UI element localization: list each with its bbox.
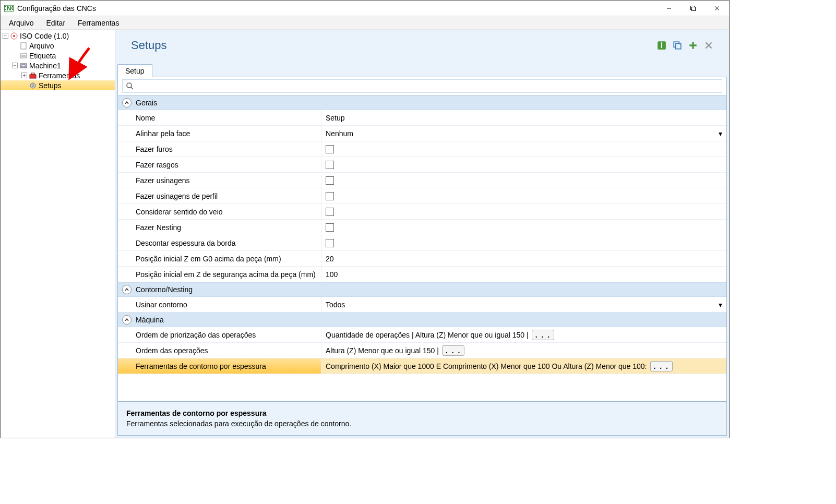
search-box[interactable] <box>122 79 722 93</box>
svg-rect-22 <box>676 44 681 49</box>
prop-usinar[interactable]: Usinar contorno Todos ▾ <box>118 297 726 313</box>
search-input[interactable] <box>137 82 719 90</box>
svg-point-27 <box>127 83 132 88</box>
section-contorno-title: Contorno/Nesting <box>136 285 193 294</box>
section-maquina[interactable]: Máquina <box>118 313 726 327</box>
tree-setups[interactable]: Setups <box>1 80 115 90</box>
value-ferr-cont[interactable]: Comprimento (X) Maior que 1000 E Comprim… <box>326 362 647 370</box>
minimize-button[interactable] <box>657 1 681 16</box>
menu-editar[interactable]: Editar <box>41 17 70 29</box>
section-contorno[interactable]: Contorno/Nesting <box>118 282 726 297</box>
menu-arquivo[interactable]: Arquivo <box>4 17 39 29</box>
prop-ordem-prio[interactable]: Ordem de priorização das operações Quant… <box>118 327 726 343</box>
input-posz-g0[interactable] <box>326 255 722 263</box>
page-title: Setups <box>131 39 657 52</box>
tree-etiqueta[interactable]: Etiqueta <box>1 51 115 61</box>
property-panel: Gerais Nome Alinhar pela face Nenhum ▾ F… <box>117 77 727 436</box>
search-row <box>118 77 726 95</box>
menu-ferramentas[interactable]: Ferramentas <box>73 17 124 29</box>
checkbox-usinagens[interactable] <box>326 176 334 185</box>
prop-veio[interactable]: Considerar sentido do veio <box>118 204 726 220</box>
right-pane: Setups i Setup <box>115 30 729 438</box>
tree-ferramentas[interactable]: + Ferramentas <box>1 70 115 80</box>
section-maquina-title: Máquina <box>136 316 164 324</box>
expander-icon[interactable]: − <box>12 63 18 68</box>
prop-ordem-ops[interactable]: Ordem das operações Altura (Z) Menor que… <box>118 343 726 358</box>
section-gerais[interactable]: Gerais <box>118 95 726 110</box>
info-icon[interactable]: i <box>657 41 666 50</box>
tree-root[interactable]: − ISO Code (1.0) <box>1 31 115 41</box>
svg-text:i: i <box>661 41 663 50</box>
prop-descborda[interactable]: Descontar espessura da borda <box>118 235 726 251</box>
svg-point-8 <box>13 35 15 37</box>
property-grid: Gerais Nome Alinhar pela face Nenhum ▾ F… <box>118 95 726 401</box>
prop-nome[interactable]: Nome <box>118 110 726 126</box>
tree-arquivo[interactable]: Arquivo <box>1 41 115 51</box>
prop-nesting[interactable]: Fazer Nesting <box>118 220 726 235</box>
expander-icon[interactable]: + <box>21 73 27 78</box>
close-panel-icon[interactable] <box>704 41 713 50</box>
input-nome[interactable] <box>326 114 722 122</box>
titlebar: CNC Configuração das CNCs <box>1 1 729 16</box>
maximize-button[interactable] <box>681 1 705 16</box>
ellipsis-button[interactable]: . . . <box>650 361 673 371</box>
value-ordem-prio[interactable]: Quantidade de operações | Altura (Z) Men… <box>326 331 529 339</box>
tree-ferramentas-label: Ferramentas <box>39 71 80 80</box>
copy-icon[interactable] <box>673 41 682 50</box>
prop-posz-g0[interactable]: Posição inicial Z em G0 acima da peça (m… <box>118 251 726 267</box>
label-icon <box>19 52 28 60</box>
prop-alinhar[interactable]: Alinhar pela face Nenhum ▾ <box>118 126 726 141</box>
checkbox-usiperfil[interactable] <box>326 192 334 200</box>
checkbox-nesting[interactable] <box>326 223 334 232</box>
svg-text:CNC: CNC <box>4 5 14 12</box>
file-icon <box>19 42 28 50</box>
value-ordem-ops[interactable]: Altura (Z) Menor que ou igual 150 | <box>326 346 439 355</box>
svg-point-18 <box>32 85 34 86</box>
window-title: Configuração das CNCs <box>17 4 657 13</box>
machine-icon <box>19 62 28 70</box>
close-button[interactable] <box>705 1 729 16</box>
app-icon: CNC <box>4 3 14 14</box>
prop-usinagens[interactable]: Fazer usinagens <box>118 173 726 188</box>
prop-posz-seg[interactable]: Posição inicial em Z de segurança acima … <box>118 267 726 282</box>
collapse-icon[interactable] <box>122 98 132 107</box>
collapse-icon[interactable] <box>122 285 132 294</box>
gear-icon <box>29 81 37 90</box>
toolbox-icon <box>29 71 37 80</box>
chevron-down-icon[interactable]: ▾ <box>719 129 722 138</box>
checkbox-rasgos[interactable] <box>326 161 334 169</box>
checkbox-veio[interactable] <box>326 208 334 216</box>
menubar: Arquivo Editar Ferramentas <box>1 16 729 30</box>
prop-rasgos[interactable]: Fazer rasgos <box>118 157 726 173</box>
dropdown-usinar-value[interactable]: Todos <box>326 301 719 309</box>
svg-rect-4 <box>692 7 696 10</box>
tab-setup[interactable]: Setup <box>117 64 152 77</box>
expander-icon[interactable]: − <box>3 33 8 39</box>
svg-rect-16 <box>31 73 34 75</box>
ellipsis-button[interactable]: . . . <box>532 330 554 340</box>
description-panel: Ferramentas de contorno por espessura Fe… <box>118 401 726 435</box>
checkbox-descborda[interactable] <box>326 239 334 247</box>
prop-furos[interactable]: Fazer furos <box>118 141 726 157</box>
tab-strip: Setup <box>115 61 729 77</box>
svg-line-28 <box>131 87 133 89</box>
tree-etiqueta-label: Etiqueta <box>29 52 56 60</box>
tree-machine[interactable]: − Machine1 <box>1 61 115 70</box>
add-icon[interactable] <box>688 41 698 50</box>
collapse-icon[interactable] <box>122 315 132 325</box>
search-icon <box>126 82 134 90</box>
chevron-down-icon[interactable]: ▾ <box>719 301 722 309</box>
prop-usiperfil[interactable]: Fazer usinagens de perfil <box>118 188 726 204</box>
svg-rect-14 <box>22 65 25 67</box>
tree-machine-label: Machine1 <box>29 62 61 70</box>
right-header: Setups i <box>115 30 729 61</box>
tree-panel: − ISO Code (1.0) Arquivo Etiqueta − Mach… <box>1 30 115 438</box>
iso-icon <box>10 32 18 40</box>
ellipsis-button[interactable]: . . . <box>442 345 464 356</box>
checkbox-furos[interactable] <box>326 145 334 153</box>
input-posz-seg[interactable] <box>326 270 722 279</box>
prop-ferr-cont[interactable]: Ferramentas de contorno por espessura Co… <box>118 358 726 374</box>
tree-root-label: ISO Code (1.0) <box>20 32 69 40</box>
dropdown-alinhar-value[interactable]: Nenhum <box>326 129 719 138</box>
section-gerais-title: Gerais <box>136 99 157 107</box>
